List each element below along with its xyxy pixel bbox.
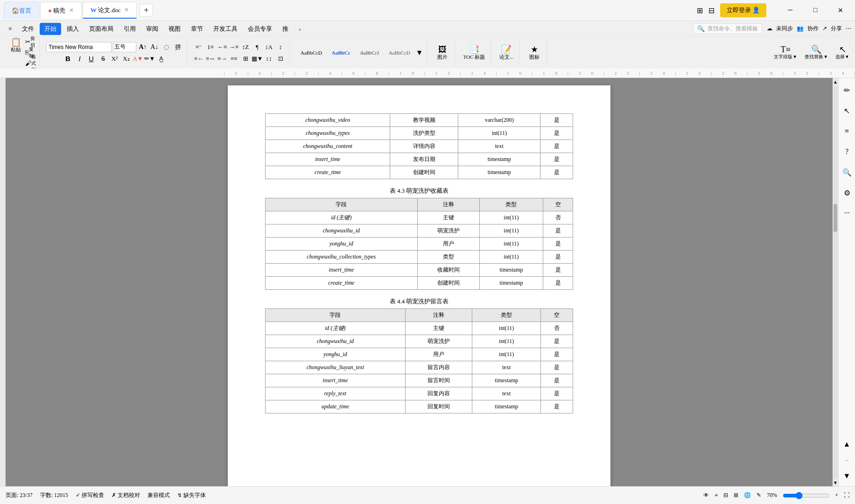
toc-button[interactable]: 📑 TOC 标题 <box>462 44 487 62</box>
style-heading-italic[interactable]: AaBbCcI <box>356 49 383 57</box>
phonetic-button[interactable]: 拼 <box>173 42 183 52</box>
document-area[interactable]: chongwuxihu_video 教学视频 varchar(200) 是 ch… <box>6 78 833 486</box>
font-family-input[interactable] <box>46 42 112 52</box>
highlight-button[interactable]: ✏▼ <box>145 54 155 64</box>
menu-file[interactable]: 文件 <box>17 23 39 35</box>
justify-button[interactable]: ≡≡ <box>229 54 239 64</box>
menu-devtools[interactable]: 开发工具 <box>209 23 242 35</box>
menu-insert[interactable]: 插入 <box>62 23 84 35</box>
icon-insert-button[interactable]: ★ 图标 <box>526 44 543 62</box>
line-spacing-button[interactable]: ↕ <box>275 42 286 52</box>
align-left-button[interactable]: ≡← <box>194 54 204 64</box>
grid-view-icon[interactable]: ⊞ <box>697 6 703 15</box>
minimize-button[interactable]: ─ <box>779 3 801 17</box>
menu-layout[interactable]: 页面布局 <box>84 23 118 35</box>
subscript-button[interactable]: X₂ <box>121 54 132 64</box>
number-list-button[interactable]: 1≡ <box>205 42 216 52</box>
select-button[interactable]: ↖ 选择▼ <box>834 44 851 61</box>
menu-chapter[interactable]: 章节 <box>186 23 208 35</box>
fullscreen-button[interactable]: ⛶ <box>844 492 849 499</box>
doc-check[interactable]: ✗ 文档校对 <box>112 491 140 499</box>
tab-doc[interactable]: W 论文.doc ✕ <box>83 2 137 19</box>
vertical-scrollbar[interactable]: ▲ ▼ <box>833 78 838 486</box>
decrease-font-button[interactable]: A↓ <box>149 42 160 52</box>
scroll-thumb[interactable] <box>834 204 837 232</box>
menu-push[interactable]: 推 <box>278 23 293 35</box>
menu-hamburger[interactable]: ≡ <box>4 23 16 35</box>
border-button[interactable]: ⊞ <box>240 54 251 64</box>
scroll-up-button[interactable]: ▲ <box>833 78 838 85</box>
menu-vip[interactable]: 会员专享 <box>243 23 277 35</box>
tab-close-caoke[interactable]: ✕ <box>69 7 74 14</box>
missing-font[interactable]: ↯ 缺失字体 <box>177 491 206 499</box>
strikethrough-button[interactable]: S̶ <box>98 54 108 64</box>
font-size-input[interactable] <box>113 42 136 52</box>
close-button[interactable]: ✕ <box>830 3 851 17</box>
find-replace-button[interactable]: 🔍 查找替换▼ <box>803 44 830 61</box>
collab-label[interactable]: 协作 <box>807 25 819 33</box>
menu-start[interactable]: 开始 <box>40 23 61 35</box>
right-cursor-button[interactable]: ↖ <box>841 104 854 117</box>
show-marks-button[interactable]: ¶ <box>252 42 262 52</box>
style-heading2[interactable]: AaBbCcD <box>385 49 414 57</box>
citation-button[interactable]: 📝 论文... <box>498 44 515 62</box>
superscript-button[interactable]: X² <box>110 54 120 64</box>
right-zoom-button[interactable]: 🔍 <box>841 166 854 179</box>
zoom-in-button[interactable]: + <box>835 492 838 499</box>
maximize-button[interactable]: □ <box>805 3 826 17</box>
increase-font-button[interactable]: A↑ <box>138 42 148 52</box>
spacing-button[interactable]: ↕↕ <box>264 54 274 64</box>
register-button[interactable]: 立即登录 👤 <box>720 3 766 17</box>
border-font-button[interactable]: A̲ <box>156 54 167 64</box>
paste-button[interactable]: 📋 粘贴 <box>7 37 24 69</box>
tab-caoke[interactable]: ● 稿壳 ✕ <box>40 2 82 19</box>
tab-home[interactable]: 🏠 首页 <box>4 2 39 19</box>
edit-icon[interactable]: ✎ <box>757 492 761 499</box>
scroll-track[interactable] <box>834 86 837 478</box>
more-actions[interactable]: ⋯ <box>846 25 851 32</box>
text-dir-button[interactable]: ↕A <box>264 42 274 52</box>
style-heading1[interactable]: AaBbCc <box>328 49 355 57</box>
sort-button[interactable]: ↕Z <box>240 42 251 52</box>
read-view-icon[interactable]: ⊞ <box>734 492 738 499</box>
tab-close-doc[interactable]: ✕ <box>124 7 129 14</box>
zoom-slider[interactable] <box>783 492 829 499</box>
new-tab-button[interactable]: + <box>140 4 153 17</box>
right-page-nav-up[interactable]: ▲ <box>841 438 854 451</box>
web-view-icon[interactable]: ⊟ <box>723 492 728 499</box>
menu-reference[interactable]: 引用 <box>119 23 140 35</box>
bold-button[interactable]: B <box>63 54 73 64</box>
menu-review[interactable]: 审阅 <box>141 23 163 35</box>
menu-more[interactable]: › <box>294 23 305 35</box>
indent-increase-button[interactable]: →≡ <box>229 42 239 52</box>
italic-button[interactable]: I <box>75 54 85 64</box>
styles-more-button[interactable]: ▼ <box>416 49 423 57</box>
view-icon[interactable]: 👁 <box>703 492 709 499</box>
spell-check[interactable]: ✓ 拼写检查 <box>76 491 104 499</box>
scroll-down-button[interactable]: ▼ <box>833 479 838 486</box>
right-help-button[interactable]: ? <box>841 145 854 158</box>
style-normal[interactable]: AaBbCcD <box>296 49 326 57</box>
picture-button[interactable]: 🖼 图片 <box>434 44 451 62</box>
apps-icon[interactable]: ⊟ <box>708 6 715 15</box>
font-color-button[interactable]: A▼ <box>133 54 143 64</box>
outline-view-icon[interactable]: 🌐 <box>744 492 751 499</box>
cut-button[interactable]: ✂剪切 <box>25 37 35 47</box>
right-list-button[interactable]: ≡ <box>841 125 854 138</box>
right-page-nav-down[interactable]: ▼ <box>841 469 854 483</box>
menu-view[interactable]: 视图 <box>164 23 185 35</box>
shading-button[interactable]: ▦▼ <box>252 54 262 64</box>
right-more-button[interactable]: ··· <box>841 207 854 220</box>
right-edit-button[interactable]: ✏ <box>841 84 854 97</box>
right-settings-button[interactable]: ⚙ <box>841 186 854 199</box>
sync-label[interactable]: 未同步 <box>776 25 793 33</box>
share-label[interactable]: 分享 <box>831 25 842 33</box>
font-layout-button[interactable]: T≡ 文字排版▼ <box>772 44 799 61</box>
align-center-button[interactable]: ≡↔ <box>205 54 216 64</box>
search-bar[interactable]: 🔍 查找命令、搜索模板 <box>693 23 762 34</box>
align-list-button[interactable]: ≡⁻ <box>194 42 204 52</box>
frame-button[interactable]: ⊡ <box>275 54 286 64</box>
format-painter-button[interactable]: 🖌格式刷 <box>25 58 35 69</box>
indent-decrease-button[interactable]: ←≡ <box>217 42 227 52</box>
clear-format-button[interactable]: ◌ <box>161 42 171 52</box>
